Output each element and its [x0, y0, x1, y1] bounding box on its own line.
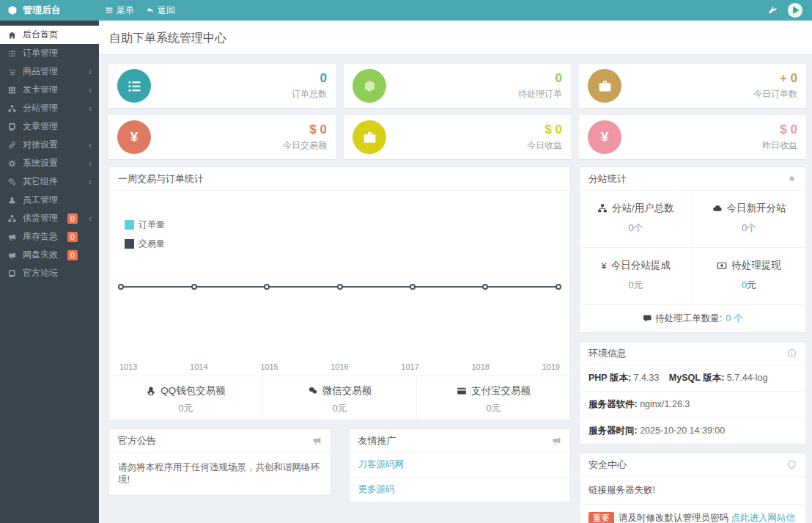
sidebar-item-stock-alert[interactable]: 库存告急 0 — [0, 227, 99, 246]
yen-icon: ¥ — [601, 260, 607, 271]
sidebar-item-label: 其它组件 — [23, 175, 58, 188]
substation-stats-panel: 分站统计 分站/用户总数 0个 今日新开分站 0个 — [579, 167, 806, 333]
home-icon — [7, 31, 17, 40]
book-icon — [7, 122, 17, 131]
stat-label: 今日收益 — [527, 139, 562, 152]
payment-label: 支付宝交易额 — [471, 384, 531, 398]
announcement-panel: 官方公告 请勿将本程序用于任何违规场景，共创和谐网络环境! — [108, 428, 331, 496]
sidebar-item-label: 商品管理 — [23, 65, 58, 78]
stat-label: 今日订单数 — [753, 88, 797, 100]
panel-title: 环境信息 — [588, 347, 627, 360]
x-tick: 1013 — [119, 362, 137, 371]
sidebar-item-components[interactable]: 其它组件 — [0, 172, 99, 191]
cell-label: 分站/用户总数 — [612, 202, 674, 215]
back-link[interactable]: 返回 — [146, 4, 175, 17]
bullhorn-icon — [7, 251, 17, 260]
stat-cards: 0 订单总数 0 待处理订单 + 0 今日订单数 — [108, 64, 806, 159]
env-row-time: 服务器时间: 2025-10-20 14:39:00 — [580, 418, 805, 444]
chart-marker — [482, 284, 488, 290]
wrench-icon[interactable] — [768, 6, 778, 15]
stat-value: 0 — [292, 71, 327, 86]
megaphone-icon — [552, 436, 561, 445]
panel-title: 一周交易与订单统计 — [118, 172, 204, 186]
important-badge: 重要 — [588, 512, 614, 523]
sidebar-item-supply[interactable]: 供货管理 0 — [0, 209, 99, 227]
x-tick: 1017 — [401, 362, 418, 371]
payment-summary: QQ钱包交易额 0元 微信交易额 0元 支付宝交易额 0元 — [109, 376, 570, 420]
grid-icon — [7, 86, 17, 95]
legend-item-volume[interactable]: 交易量 — [125, 238, 165, 250]
legend-item-orders[interactable]: 订单量 — [125, 219, 165, 231]
count-badge: 0 — [67, 232, 78, 242]
cogs-icon — [7, 178, 17, 186]
cart-icon — [7, 67, 17, 76]
payment-cell-alipay: 支付宝交易额 0元 — [416, 376, 570, 420]
env-value: 2025-10-20 14:39:00 — [640, 425, 725, 436]
env-label: 服务器软件: — [588, 399, 638, 409]
chevron-left-icon — [89, 85, 92, 95]
sidebar-item-label: 供货管理 — [23, 212, 58, 224]
link-icon — [7, 141, 17, 150]
security-text: 请及时修改默认管理员密码 — [619, 513, 728, 523]
back-arrow-icon — [146, 6, 155, 15]
sidebar-item-system-settings[interactable]: 系统设置 — [0, 154, 99, 172]
sidebar-item-orders[interactable]: 订单管理 — [0, 44, 99, 62]
stat-label: 昨日收益 — [762, 139, 797, 152]
payment-value: 0元 — [109, 402, 262, 415]
x-tick: 1015 — [260, 362, 278, 371]
environment-panel: 环境信息 PHP 版本: 7.4.33 MySQL 版本: 5.7.44-log… — [579, 341, 806, 445]
env-label: PHP 版本: — [588, 373, 631, 383]
chevron-left-icon — [89, 213, 92, 224]
menu-bars-icon — [105, 6, 114, 15]
sidebar-item-products[interactable]: 商品管理 — [0, 62, 99, 81]
security-panel: 安全中心 链接服务器失败! 重要请及时修改默认管理员密码 点此进入网站信息配置修… — [579, 453, 806, 523]
sidebar-item-label: 对接设置 — [23, 139, 58, 151]
weekly-chart-panel: 一周交易与订单统计 订单量 交易量 — [108, 167, 571, 420]
user-icon — [7, 196, 17, 205]
sidebar-item-label: 官方论坛 — [23, 267, 58, 279]
chart-legend: 订单量 交易量 — [125, 219, 165, 257]
stat-card-yesterday-profit: ¥ $ 0 昨日收益 — [579, 115, 806, 159]
promo-link[interactable]: 更多源码 — [350, 478, 571, 502]
count-badge: 0 — [67, 213, 78, 224]
cell-value: 0元 — [583, 279, 689, 292]
sidebar-item-cards[interactable]: 发卡管理 — [0, 81, 99, 99]
legend-swatch — [125, 220, 134, 230]
x-tick: 1018 — [471, 362, 489, 371]
cube-icon — [7, 5, 18, 15]
menu-toggle[interactable]: 菜单 — [105, 4, 134, 17]
sitemap-icon — [7, 214, 17, 223]
announcement-text: 请勿将本程序用于任何违规场景，共创和谐网络环境! — [109, 453, 331, 495]
list-icon — [7, 49, 17, 58]
chart-marker — [556, 284, 561, 290]
app-brand[interactable]: 管理后台 — [0, 4, 99, 17]
sidebar-item-staff[interactable]: 员工管理 — [0, 191, 99, 209]
sidebar-item-forum[interactable]: 官方论坛 — [0, 264, 99, 282]
wechat-icon — [308, 386, 318, 396]
sidebar-item-label: 系统设置 — [23, 157, 58, 169]
env-value: 7.4.33 — [634, 373, 660, 383]
sidebar-item-home[interactable]: 后台首页 — [0, 26, 99, 44]
stat-label: 今日交易额 — [283, 139, 327, 152]
sidebar-item-netdisk-invalid[interactable]: 网盘失效 0 — [0, 246, 99, 264]
payment-cell-wechat: 微信交易额 0元 — [262, 376, 416, 420]
x-tick: 1016 — [331, 362, 348, 371]
sidebar-item-articles[interactable]: 文章管理 — [0, 117, 99, 136]
pending-tickets-value: 0 个 — [726, 312, 742, 325]
qq-icon — [146, 386, 156, 396]
chart-series-line — [121, 286, 558, 288]
topbar: 管理后台 菜单 返回 — [0, 0, 812, 21]
shield-icon — [787, 460, 797, 469]
book-icon — [7, 269, 17, 278]
stat-card-today-volume: ¥ $ 0 今日交易额 — [108, 115, 336, 159]
play-logo-icon — [787, 2, 803, 18]
sidebar-item-substations[interactable]: 分站管理 — [0, 99, 99, 117]
yen-icon: ¥ — [588, 120, 621, 154]
bullhorn-icon — [7, 233, 17, 241]
env-value: nginx/1.26.3 — [640, 399, 690, 409]
sidebar-item-integration[interactable]: 对接设置 — [0, 136, 99, 154]
promo-link[interactable]: 刀客源码网 — [350, 453, 571, 478]
list-ol-icon — [117, 69, 151, 103]
chart-marker — [191, 284, 197, 290]
app-logo[interactable] — [787, 2, 803, 18]
